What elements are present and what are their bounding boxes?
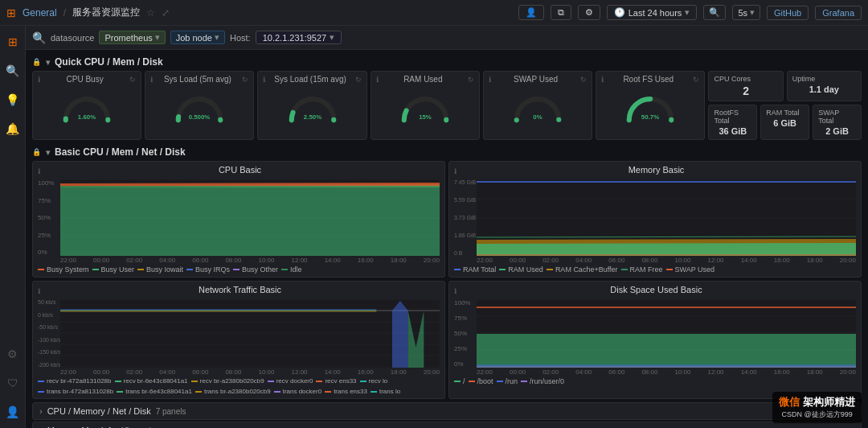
- disk-basic-title: Disk Space Used Basic: [457, 285, 856, 294]
- cpu-chart-inner: [60, 179, 440, 256]
- ram-used-info-icon[interactable]: ℹ: [376, 76, 379, 84]
- disk-y-axis: 100%75%50%25%0%: [454, 299, 470, 368]
- clock-icon: 🕐: [614, 7, 625, 18]
- job-selector[interactable]: Job node ▾: [170, 31, 225, 44]
- cpu-chart-svg: [60, 179, 440, 256]
- sidebar-settings-icon[interactable]: ⚙: [3, 344, 23, 364]
- network-panel: ℹ Network Traffic Basic 50 kb/s0 kb/s-50…: [32, 281, 445, 399]
- grafana-button[interactable]: Grafana: [815, 6, 862, 20]
- charts-row-1: ℹ CPU Basic 100%75%50%25%0%: [32, 161, 862, 278]
- datasource-selector[interactable]: Prometheus ▾: [99, 31, 165, 44]
- ram-total-title: RAM Total: [766, 109, 804, 117]
- users-icon[interactable]: 👤: [518, 5, 544, 20]
- legend-trans-br472: trans br-472a8131028b: [38, 388, 113, 395]
- cpu-busy-refresh-icon[interactable]: ↻: [129, 76, 136, 84]
- legend-boot: /boot: [469, 377, 493, 385]
- swap-total-title: SWAP Total: [818, 109, 856, 125]
- svg-marker-45: [477, 334, 856, 368]
- cpu-memory-net-disk-label: CPU / Memory / Net / Disk: [47, 406, 151, 416]
- ram-total-value: 6 GiB: [766, 118, 804, 128]
- mem-chart-legend: RAM Total RAM Used RAM Cache+Buffer RAM …: [454, 265, 856, 274]
- cpu-memory-net-disk-section[interactable]: › CPU / Memory / Net / Disk 7 panels: [32, 402, 862, 420]
- chevron-job: ▾: [215, 32, 219, 43]
- cpu-busy-gauge-svg: 1.60%: [59, 91, 115, 125]
- stats-column: CPU Cores 2 Uptime 1.1 day RootFS Total …: [708, 71, 862, 140]
- cpu-memory-net-disk-count: 7 panels: [156, 407, 186, 416]
- swap-used-info-icon[interactable]: ℹ: [489, 76, 491, 84]
- legend-ram-used: RAM Used: [499, 265, 543, 274]
- sidebar-user-icon[interactable]: 👤: [3, 402, 23, 422]
- basic-section-arrow: ▾: [46, 148, 50, 157]
- sys-load-5-refresh-icon[interactable]: ↻: [242, 76, 248, 84]
- legend-busy-irqs: Busy IRQs: [186, 265, 230, 274]
- refresh-interval[interactable]: 5s ▾: [732, 5, 760, 20]
- memory-meminfo-section[interactable]: › Memory Meminfo 15 panels: [32, 422, 862, 428]
- legend-root: /: [454, 377, 465, 385]
- sidebar-shield-icon[interactable]: 🛡: [3, 373, 23, 393]
- chevron-host: ▾: [330, 32, 334, 43]
- time-picker[interactable]: 🕐 Last 24 hours ▾: [607, 5, 698, 20]
- chevron-down-icon2: ▾: [750, 7, 755, 18]
- sys-load-5-info-icon[interactable]: ℹ: [150, 76, 153, 84]
- toolbar: 🔍 datasource Prometheus ▾ Job node ▾ Hos…: [26, 26, 868, 50]
- sidebar-alert-icon[interactable]: 🔔: [3, 119, 23, 138]
- settings-icon[interactable]: ⚙: [578, 5, 600, 20]
- github-button[interactable]: GitHub: [767, 6, 809, 20]
- svg-marker-37: [392, 301, 408, 368]
- host-selector[interactable]: 10.2.1.231:9527 ▾: [256, 31, 342, 44]
- left-sidebar: ⊞ 🔍 💡 🔔 ⚙ 🛡 👤: [0, 26, 26, 428]
- legend-trans-br6e43: trans br-6e43c88041a1: [117, 388, 192, 395]
- memory-basic-panel: ℹ Memory Basic 7.45 GiB5.59 GiB3.73 GiB1…: [448, 161, 862, 278]
- basic-section-header[interactable]: 🔒 ▾ Basic CPU / Mem / Net / Disk: [32, 143, 862, 161]
- job-label: Job: [176, 33, 190, 43]
- rootfs-total-title: RootFS Total: [714, 109, 751, 125]
- search-toggle[interactable]: 🔍: [32, 31, 46, 44]
- legend-trans-ens33: trans ens33: [325, 388, 367, 395]
- swap-total-card: SWAP Total 2 GiB: [813, 105, 862, 140]
- sys-load-5-card: ℹ Sys Load (5m avg) ↻ 0.500%: [145, 71, 254, 140]
- sys-load-15-info-icon[interactable]: ℹ: [263, 76, 265, 84]
- cpu-busy-info-icon[interactable]: ℹ: [38, 76, 40, 84]
- sidebar-home-icon[interactable]: ⊞: [3, 32, 23, 51]
- copy-icon[interactable]: ⧉: [551, 5, 571, 20]
- sys-load-15-card: ℹ Sys Load (15m avg) ↻ 2.50%: [257, 71, 366, 140]
- rootfs-used-gauge-svg: 50.7%: [622, 91, 678, 125]
- svg-marker-12: [60, 186, 440, 256]
- star-icon[interactable]: ☆: [146, 7, 155, 19]
- sidebar-search-icon[interactable]: 🔍: [3, 61, 23, 80]
- rootfs-used-refresh-icon[interactable]: ↻: [693, 76, 699, 84]
- mem-chart-area: 7.45 GiB5.59 GiB3.73 GiB1.86 GiB0 B: [454, 179, 856, 256]
- refresh-label: 5s: [738, 8, 747, 18]
- quick-section-header[interactable]: 🔒 ▾ Quick CPU / Mem / Disk: [32, 53, 862, 71]
- disk-panel: ℹ Disk Space Used Basic 100%75%50%25%0%: [448, 281, 862, 399]
- net-chart-legend: recv br-472a8131028b recv br-6e43c88041a…: [38, 377, 440, 395]
- legend-run-user-0: /run/user/0: [521, 377, 564, 385]
- cpu-cores-card: CPU Cores 2: [708, 71, 783, 101]
- uptime-value: 1.1 day: [792, 84, 856, 94]
- sys-load-15-refresh-icon[interactable]: ↻: [355, 76, 362, 84]
- swap-used-refresh-icon[interactable]: ↻: [580, 76, 587, 84]
- net-chart-area: 50 kb/s0 kb/s-50 kb/s-100 kb/s-150 kb/s-…: [38, 299, 440, 368]
- breadcrumb-root[interactable]: General: [23, 7, 57, 19]
- rootfs-used-info-icon[interactable]: ℹ: [601, 76, 604, 84]
- zoom-icon[interactable]: 🔍: [703, 5, 726, 20]
- legend-ram-cache: RAM Cache+Buffer: [547, 265, 618, 274]
- net-x-axis: 22:0000:0002:0004:0006:0008:0010:0012:00…: [38, 368, 440, 376]
- datasource-value: Prometheus: [104, 33, 152, 43]
- sidebar-explore-icon[interactable]: 💡: [3, 90, 23, 109]
- watermark-title: 微信 架构师精进: [779, 395, 855, 409]
- ram-used-refresh-icon[interactable]: ↻: [468, 76, 474, 84]
- net-y-axis: 50 kb/s0 kb/s-50 kb/s-100 kb/s-150 kb/s-…: [38, 299, 61, 368]
- cpu-chart-legend: Busy System Busy User Busy Iowait Busy I…: [38, 265, 440, 274]
- quick-section-lock-icon: 🔒: [32, 58, 41, 66]
- sys-load-5-title: Sys Load (5m avg): [164, 75, 231, 84]
- rootfs-total-card: RootFS Total 36 GiB: [708, 105, 757, 140]
- legend-recv-lo: recv lo: [360, 377, 388, 385]
- disk-chart-legend: / /boot /run /run/user/0: [454, 377, 856, 385]
- cpu-cores-title: CPU Cores: [714, 75, 777, 83]
- ram-used-card: ℹ RAM Used ↻ 15%: [371, 71, 480, 140]
- legend-busy-iowait: Busy Iowait: [137, 265, 183, 274]
- cpu-basic-panel: ℹ CPU Basic 100%75%50%25%0%: [32, 161, 445, 278]
- share-icon[interactable]: ⤢: [162, 7, 170, 19]
- rootfs-total-value: 36 GiB: [714, 126, 751, 136]
